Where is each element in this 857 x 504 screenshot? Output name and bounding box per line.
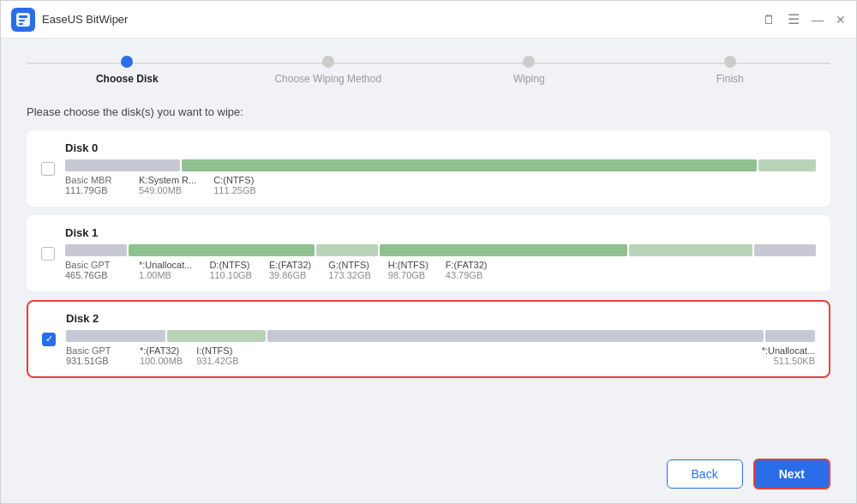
- disk-1-bar-3: [316, 244, 378, 256]
- disk-item-0[interactable]: Disk 0 Basic MBR 111.79GB: [27, 130, 830, 207]
- disk-1-partition-3: G:(NTFS) 173.32GB: [328, 260, 371, 280]
- disk-1-part-4-size: 98.70GB: [388, 270, 428, 280]
- step-label-3: Wiping: [513, 73, 545, 85]
- disk-2-bar-2: [167, 330, 267, 342]
- disk-0-part-0-size: 549.00MB: [139, 185, 196, 195]
- disk-1-part-0-size: 1.00MB: [139, 270, 192, 280]
- disk-0-part-0-label: K:System R...: [139, 175, 196, 185]
- disk-1-size: 465.76GB: [65, 270, 125, 280]
- disk-1-bar-2: [129, 244, 315, 256]
- minimize-icon[interactable]: —: [812, 14, 824, 26]
- disk-1-part-5-size: 43.79GB: [446, 270, 488, 280]
- svg-rect-3: [19, 20, 25, 21]
- stepper: Choose Disk Choose Wiping Method Wiping …: [27, 56, 830, 85]
- disk-0-name-row: Disk 0: [65, 141, 816, 154]
- disk-0-size: 111.79GB: [65, 185, 125, 195]
- disk-list: Disk 0 Basic MBR 111.79GB: [27, 130, 830, 433]
- disk-1-bar-4: [380, 244, 627, 256]
- disk-1-partition-5: F:(FAT32) 43.79GB: [446, 260, 488, 280]
- disk-2-partition-0: *:(FAT32) 100.00MB: [140, 345, 183, 366]
- disk-1-bar: [65, 244, 816, 256]
- title-bar: EaseUS BitWiper 🗒 ☰ — ✕: [1, 1, 856, 39]
- disk-2-bar-3: [267, 330, 764, 342]
- disk-1-info: Disk 1 Basic GPT: [65, 226, 816, 280]
- disk-0-type: Basic MBR: [65, 175, 125, 185]
- disk-1-part-2-label: E:(FAT32): [269, 260, 311, 270]
- footer: Back Next: [1, 450, 856, 503]
- instruction-text: Please choose the disk(s) you want to wi…: [27, 105, 830, 118]
- disk-1-part-1-size: 110.10GB: [209, 270, 252, 280]
- disk-1-partition-2: E:(FAT32) 39.86GB: [269, 260, 311, 280]
- app-logo: [11, 8, 35, 32]
- svg-rect-2: [19, 15, 27, 18]
- disk-1-partition-0: *:Unallocat... 1.00MB: [139, 260, 192, 280]
- disk-1-part-0-label: *:Unallocat...: [139, 260, 192, 270]
- disk-1-bar-5: [629, 244, 752, 256]
- step-dot-4: [724, 56, 736, 68]
- disk-0-part-1-label: C:(NTFS): [213, 175, 256, 185]
- disk-2-name-row: Disk 2: [66, 312, 815, 325]
- back-button[interactable]: Back: [667, 459, 743, 489]
- disk-1-partition-4: H:(NTFS) 98.70GB: [388, 260, 428, 280]
- disk-0-checkbox[interactable]: [41, 162, 55, 176]
- step-dot-1: [121, 56, 133, 68]
- message-icon[interactable]: 🗒: [763, 13, 776, 26]
- disk-2-part-right-label: *:Unallocat...: [762, 345, 815, 356]
- disk-1-bar-1: [65, 244, 127, 256]
- main-content: Choose Disk Choose Wiping Method Wiping …: [1, 39, 856, 450]
- close-icon[interactable]: ✕: [836, 14, 846, 26]
- disk-0-partition-1: C:(NTFS) 111.25GB: [213, 175, 256, 195]
- svg-rect-4: [19, 23, 23, 25]
- disk-2-meta-row: Basic GPT 931.51GB *:(FAT32) 100.00MB I:…: [66, 345, 815, 366]
- disk-1-part-1-label: D:(NTFS): [209, 260, 252, 270]
- disk-2-type: Basic GPT: [66, 345, 126, 356]
- disk-1-name-row: Disk 1: [65, 226, 816, 239]
- disk-item-2[interactable]: Disk 2 Basic GPT 931.5: [27, 300, 830, 378]
- step-choose-disk: Choose Disk: [27, 56, 228, 85]
- window-controls: 🗒 ☰ — ✕: [763, 13, 846, 27]
- disk-1-partition-1: D:(NTFS) 110.10GB: [209, 260, 252, 280]
- disk-2-info: Disk 2 Basic GPT 931.5: [66, 312, 815, 366]
- step-dot-2: [322, 56, 334, 68]
- step-wiping: Wiping: [428, 56, 630, 85]
- disk-1-part-3-size: 173.32GB: [328, 270, 371, 280]
- disk-1-part-4-label: H:(NTFS): [388, 260, 428, 270]
- disk-1-bar-6: [754, 244, 816, 256]
- disk-1-meta-row: Basic GPT 465.76GB *:Unallocat... 1.00MB…: [65, 260, 816, 280]
- step-finish: Finish: [630, 56, 831, 85]
- disk-1-partitions: *:Unallocat... 1.00MB D:(NTFS) 110.10GB …: [139, 260, 816, 280]
- step-label-4: Finish: [716, 73, 744, 85]
- disk-1-meta-basic: Basic GPT 465.76GB: [65, 260, 125, 280]
- step-dot-3: [523, 56, 535, 68]
- disk-0-part-1-size: 111.25GB: [213, 185, 256, 195]
- app-window: EaseUS BitWiper 🗒 ☰ — ✕ Choose Disk Choo…: [0, 0, 857, 504]
- disk-0-bar-3: [758, 159, 816, 171]
- disk-0-partitions: K:System R... 549.00MB C:(NTFS) 111.25GB: [139, 175, 816, 195]
- disk-2-part-0-label: *:(FAT32): [140, 345, 183, 356]
- menu-icon[interactable]: ☰: [788, 13, 800, 27]
- disk-2-part-1-label: I:(NTFS): [196, 345, 239, 356]
- disk-0-bar-2: [182, 159, 757, 171]
- disk-1-part-5-label: F:(FAT32): [446, 260, 488, 270]
- disk-1-part-2-size: 39.86GB: [269, 270, 311, 280]
- step-label-2: Choose Wiping Method: [274, 73, 381, 85]
- disk-0-bar: [65, 159, 816, 171]
- next-button[interactable]: Next: [753, 459, 830, 489]
- disk-0-name: Disk 0: [65, 141, 98, 154]
- step-label-1: Choose Disk: [96, 73, 159, 85]
- disk-2-partition-right: *:Unallocat... 511.50KB: [762, 345, 815, 366]
- disk-2-bar-4: [765, 330, 815, 342]
- disk-2-partition-1: I:(NTFS) 931.42GB: [196, 345, 239, 366]
- disk-2-name: Disk 2: [66, 312, 99, 325]
- disk-2-meta-basic: Basic GPT 931.51GB: [66, 345, 126, 366]
- disk-item-1[interactable]: Disk 1 Basic GPT: [27, 215, 830, 291]
- disk-1-checkbox[interactable]: [41, 247, 55, 261]
- disk-0-partition-0: K:System R... 549.00MB: [139, 175, 196, 195]
- disk-1-part-3-label: G:(NTFS): [328, 260, 371, 270]
- disk-0-bar-1: [65, 159, 180, 171]
- disk-2-size: 931.51GB: [66, 356, 126, 366]
- disk-0-meta-row: Basic MBR 111.79GB K:System R... 549.00M…: [65, 175, 816, 195]
- disk-1-name: Disk 1: [65, 226, 98, 239]
- disk-2-bar: [66, 330, 815, 342]
- disk-2-checkbox[interactable]: [42, 333, 56, 346]
